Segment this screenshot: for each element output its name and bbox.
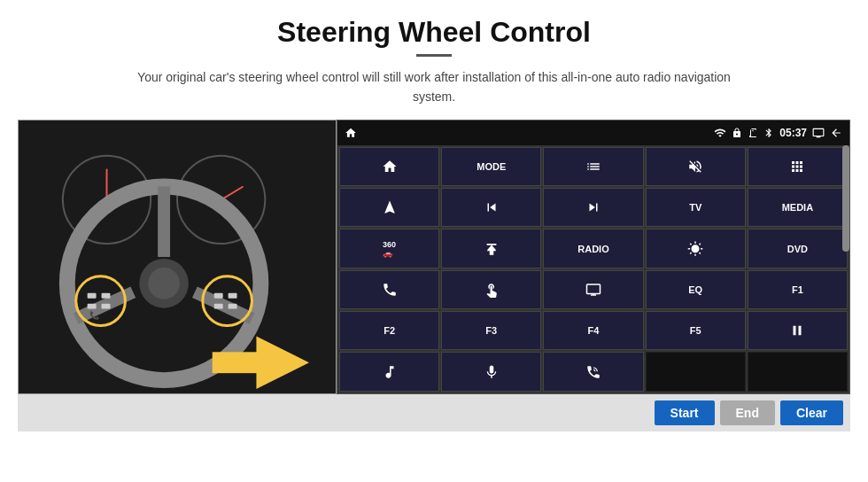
btn-vol-mute[interactable] xyxy=(646,147,746,186)
svg-rect-23 xyxy=(213,352,261,373)
wifi-icon xyxy=(714,127,726,139)
btn-media[interactable]: MEDIA xyxy=(748,188,848,227)
page-subtitle: Your original car's steering wheel contr… xyxy=(133,67,735,107)
end-button[interactable]: End xyxy=(720,400,775,425)
btn-f4[interactable]: F4 xyxy=(543,311,643,350)
svg-rect-20 xyxy=(229,293,237,299)
scrollbar[interactable] xyxy=(842,145,849,252)
status-bar-right: 05:37 xyxy=(714,127,842,139)
btn-f2[interactable]: F2 xyxy=(339,311,439,350)
svg-text:📞: 📞 xyxy=(89,309,100,320)
svg-rect-18 xyxy=(214,293,223,299)
svg-point-10 xyxy=(148,268,180,299)
page-wrapper: Steering Wheel Control Your original car… xyxy=(0,0,868,482)
sdcard-icon xyxy=(748,128,758,138)
svg-rect-13 xyxy=(88,293,97,299)
steering-wheel-image: 📞 xyxy=(18,120,337,394)
btn-eq[interactable]: EQ xyxy=(646,270,746,309)
start-button[interactable]: Start xyxy=(655,400,715,425)
btn-mic[interactable] xyxy=(441,352,541,391)
svg-rect-24 xyxy=(586,284,600,294)
btn-playpause[interactable] xyxy=(748,311,848,350)
btn-dvd[interactable]: DVD xyxy=(748,229,848,268)
btn-empty1 xyxy=(646,352,746,391)
btn-empty2 xyxy=(748,352,848,391)
btn-bright[interactable] xyxy=(646,229,746,268)
btn-360cam[interactable]: 360🚗 xyxy=(339,229,439,268)
svg-rect-21 xyxy=(229,303,237,308)
btn-music[interactable] xyxy=(339,352,439,391)
btn-volphone[interactable] xyxy=(543,352,643,391)
btn-mode[interactable]: MODE xyxy=(441,147,541,186)
title-divider xyxy=(416,54,452,57)
status-time: 05:37 xyxy=(779,127,807,139)
btn-phone[interactable] xyxy=(339,270,439,309)
btn-radio[interactable]: RADIO xyxy=(543,229,643,268)
android-panel: 05:37 MODE xyxy=(337,120,850,394)
content-row: 📞 xyxy=(18,120,850,394)
svg-rect-15 xyxy=(102,293,111,299)
page-title: Steering Wheel Control xyxy=(277,16,591,49)
svg-rect-19 xyxy=(214,303,223,308)
home-status-icon xyxy=(345,127,357,139)
button-grid: MODE xyxy=(337,145,849,393)
lock-icon xyxy=(732,128,742,138)
btn-prev[interactable] xyxy=(441,188,541,227)
svg-rect-16 xyxy=(102,303,111,308)
btn-home[interactable] xyxy=(339,147,439,186)
btn-nav[interactable] xyxy=(339,188,439,227)
btn-swipe[interactable] xyxy=(441,270,541,309)
btn-next[interactable] xyxy=(543,188,643,227)
btn-list[interactable] xyxy=(543,147,643,186)
btn-screen[interactable] xyxy=(543,270,643,309)
display-icon xyxy=(812,127,825,139)
bottom-bar: Start End Clear xyxy=(18,394,850,431)
btn-apps[interactable] xyxy=(748,147,848,186)
status-bar: 05:37 xyxy=(337,120,849,145)
btn-eject[interactable] xyxy=(441,229,541,268)
bluetooth-icon xyxy=(763,128,774,138)
btn-f1[interactable]: F1 xyxy=(748,270,848,309)
status-bar-left xyxy=(345,127,357,139)
svg-rect-14 xyxy=(88,303,97,308)
clear-button[interactable]: Clear xyxy=(780,400,843,425)
back-icon xyxy=(830,127,842,139)
btn-tv[interactable]: TV xyxy=(646,188,746,227)
btn-f3[interactable]: F3 xyxy=(441,311,541,350)
btn-f5[interactable]: F5 xyxy=(646,311,746,350)
